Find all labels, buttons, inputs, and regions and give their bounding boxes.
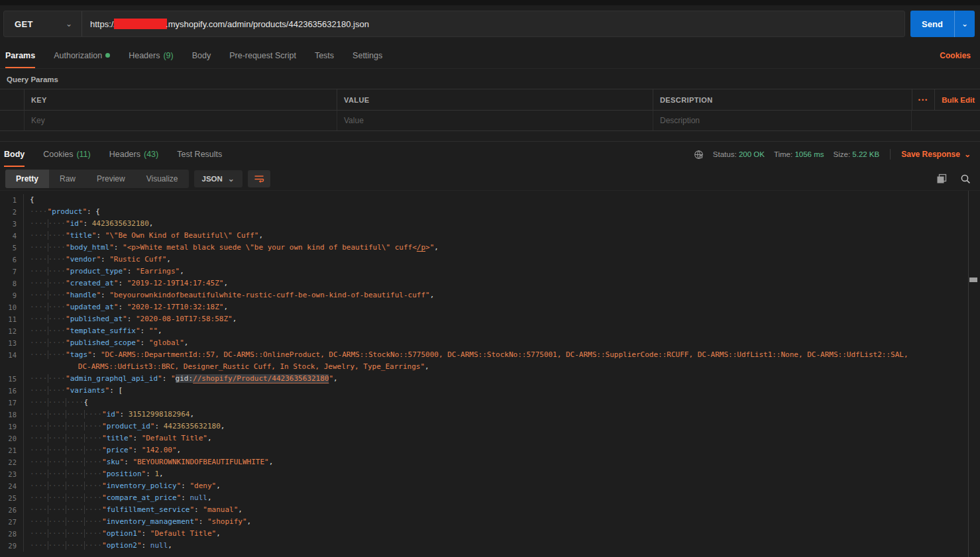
code-text: ················"option1": "Default Titl… <box>24 528 221 540</box>
description-input[interactable]: Description <box>660 116 700 125</box>
wrap-lines-button[interactable] <box>248 170 270 187</box>
code-text: ········"admin_graphql_api_id": "gid://s… <box>24 373 338 385</box>
query-params-header-row: KEY VALUE DESCRIPTION ••• Bulk Edit <box>0 89 980 110</box>
response-tab-headers[interactable]: Headers (43) <box>109 142 158 167</box>
bulk-edit-button[interactable]: Bulk Edit <box>942 96 975 104</box>
code-text: ········"product_type": "Earrings", <box>24 266 184 278</box>
value-input[interactable]: Value <box>344 116 364 125</box>
search-response-button[interactable] <box>960 174 971 184</box>
cookies-link[interactable]: Cookies <box>940 51 971 60</box>
code-line: 2····"product": { <box>0 206 980 218</box>
query-params-empty-row: Key Value Description <box>0 110 980 131</box>
code-line: 19················"product_id": 44236356… <box>0 421 980 432</box>
tab-label: Pre-request Script <box>229 51 296 60</box>
line-number: 16 <box>0 385 24 397</box>
tab-pre-request-script[interactable]: Pre-request Script <box>229 42 296 68</box>
response-body-code: 1{2····"product": {3········"id": 442363… <box>0 191 980 557</box>
line-number: 9 <box>0 289 24 301</box>
divider <box>890 149 891 160</box>
code-line: 13········"published_scope": "global", <box>0 337 980 349</box>
code-text: ················"sku": "BEYOUROWNKINDOFB… <box>24 456 273 468</box>
code-text: ········"template_suffix": "", <box>24 325 162 337</box>
code-line: 5········"body_html": "<p>White metal bl… <box>0 242 980 254</box>
line-number: 21 <box>0 444 24 456</box>
line-number: 17 <box>0 397 24 409</box>
code-text: ················"product_id": 4423635632… <box>24 421 225 432</box>
status-value: 200 OK <box>739 150 765 158</box>
response-tab-test-results[interactable]: Test Results <box>177 142 222 167</box>
chevron-down-icon: ⌄ <box>66 21 72 27</box>
line-number: 25 <box>0 492 24 504</box>
tab-tests[interactable]: Tests <box>315 42 334 68</box>
copy-response-button[interactable] <box>936 174 947 184</box>
line-number: 2 <box>0 206 24 218</box>
tab-authorization[interactable]: Authorization <box>54 42 110 68</box>
method-selector[interactable]: GET ⌄ <box>4 11 82 36</box>
tab-body[interactable]: Body <box>192 42 211 68</box>
line-number: 4 <box>0 230 24 242</box>
tab-count: (9) <box>163 51 173 60</box>
line-number: 6 <box>0 254 24 266</box>
view-mode-group: Pretty Raw Preview Visualize <box>5 170 189 188</box>
code-line: 10········"updated_at": "2020-12-17T10:3… <box>0 301 980 313</box>
view-tab-preview[interactable]: Preview <box>86 170 136 188</box>
line-number: 19 <box>0 421 24 432</box>
scrollbar-thumb[interactable] <box>969 278 977 282</box>
key-input[interactable]: Key <box>31 116 45 125</box>
tab-count: (43) <box>144 150 158 159</box>
column-header-description: DESCRIPTION <box>660 96 713 104</box>
code-line: 11········"published_at": "2020-08-10T17… <box>0 313 980 325</box>
send-options-button[interactable]: ⌄ <box>954 11 975 37</box>
response-tab-body[interactable]: Body <box>4 142 25 167</box>
tab-headers[interactable]: Headers (9) <box>129 42 174 68</box>
line-number: 15 <box>0 373 24 385</box>
more-options-icon[interactable]: ••• <box>918 97 928 103</box>
url-suffix: .myshopify.com/admin/products/4423635632… <box>166 19 369 29</box>
tab-label: Params <box>5 51 35 60</box>
response-section: Body Cookies (11) Headers (43) Test Resu… <box>0 141 980 557</box>
response-tab-cookies[interactable]: Cookies (11) <box>43 142 90 167</box>
line-number: 24 <box>0 480 24 492</box>
save-response-button[interactable]: Save Response ⌄ <box>901 150 971 159</box>
code-text: ····"product": { <box>24 206 100 218</box>
view-tab-visualize[interactable]: Visualize <box>136 170 189 188</box>
code-text: DC-ARMS::UdfList3::BRC, Designer_Rustic … <box>24 361 429 373</box>
save-response-label: Save Response <box>901 150 960 159</box>
row-handle-cell <box>0 111 24 130</box>
line-number: 14 <box>0 349 24 361</box>
view-tab-raw[interactable]: Raw <box>49 170 86 188</box>
format-label: JSON <box>202 175 223 183</box>
time-label: Time: <box>774 150 792 158</box>
code-line: 27················"inventory_management"… <box>0 516 980 528</box>
code-line: 3········"id": 4423635632180, <box>0 218 980 230</box>
code-text: ················"id": 31512998182964, <box>24 409 194 421</box>
tab-label: Cookies <box>43 150 73 159</box>
code-text: ········"id": 4423635632180, <box>24 218 153 230</box>
line-number <box>0 361 24 373</box>
tab-params[interactable]: Params <box>5 42 35 68</box>
send-split-button: Send ⌄ <box>910 11 975 37</box>
code-text: ················"inventory_policy": "den… <box>24 480 221 492</box>
code-text: ················"position": 1, <box>24 468 164 480</box>
code-line: 1{ <box>0 194 980 206</box>
column-header-key: KEY <box>31 96 47 104</box>
send-button[interactable]: Send <box>910 11 954 37</box>
size-value: 5.22 KB <box>852 150 879 158</box>
method-label: GET <box>15 19 33 29</box>
line-number: 7 <box>0 266 24 278</box>
view-tab-pretty[interactable]: Pretty <box>5 170 49 188</box>
line-number: 26 <box>0 504 24 516</box>
line-number: 29 <box>0 540 24 552</box>
format-select[interactable]: JSON ⌄ <box>194 170 243 187</box>
network-globe-icon[interactable] <box>694 150 704 160</box>
column-header-value: VALUE <box>344 96 369 104</box>
url-input[interactable]: https://.myshopify.com/admin/products/44… <box>82 11 904 36</box>
chevron-down-icon: ⌄ <box>228 176 235 182</box>
code-line: 18················"id": 31512998182964, <box>0 409 980 421</box>
code-line: 4········"title": "\"Be Own Kind of Beau… <box>0 230 980 242</box>
code-text: ············{ <box>24 397 88 409</box>
tab-settings[interactable]: Settings <box>353 42 382 68</box>
line-number: 8 <box>0 278 24 289</box>
code-line: 21················"price": "142.00", <box>0 444 980 456</box>
line-number: 3 <box>0 218 24 230</box>
